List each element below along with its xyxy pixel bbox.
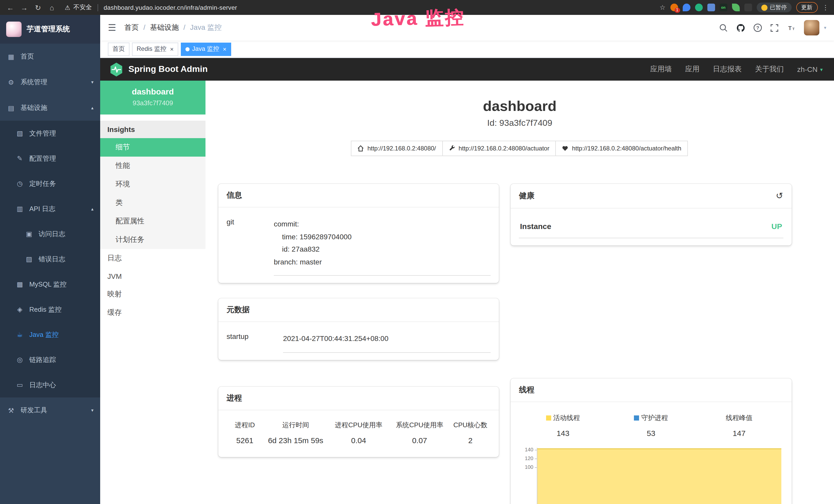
sidebar-item-label: 研发工具 (21, 406, 47, 415)
sidebar-item-home[interactable]: ▦ 首页 (0, 44, 100, 69)
history-icon[interactable]: ↺ (776, 190, 784, 201)
chevron-down-icon: ▾ (91, 408, 93, 413)
home-icon[interactable]: ⌂ (47, 3, 57, 12)
locale-label: zh-CN (797, 65, 817, 73)
sidebar-item-redis-monitor[interactable]: ◈ Redis 监控 (0, 297, 100, 322)
sba-item-logs[interactable]: 日志 (100, 249, 205, 268)
sidebar-item-access-logs[interactable]: ▣ 访问日志 (0, 221, 100, 247)
edit-icon: ✎ (16, 155, 24, 162)
help-icon[interactable]: ? (753, 23, 762, 32)
sidebar-item-config-management[interactable]: ✎ 配置管理 (0, 146, 100, 171)
process-value-pid: 5261 (226, 436, 263, 444)
avatar-caret-icon[interactable]: ▾ (824, 25, 826, 30)
sba-item-mappings[interactable]: 映射 (100, 285, 205, 303)
breadcrumb-separator: / (143, 23, 146, 32)
legend-label: 活动线程 (553, 413, 580, 422)
sidebar-item-log-center[interactable]: ▭ 日志中心 (0, 372, 100, 397)
user-avatar[interactable] (804, 20, 819, 36)
sidebar-item-error-logs[interactable]: ▨ 错误日志 (0, 247, 100, 272)
close-icon[interactable]: × (170, 45, 174, 53)
svg-text:T: T (792, 27, 794, 30)
update-browser-button[interactable]: 更新 (796, 2, 817, 13)
sba-nav-about[interactable]: 关于我们 (755, 65, 784, 74)
extension-icon-drop[interactable] (682, 4, 690, 11)
health-row-label: Instance (520, 222, 551, 231)
sba-nav-wallboard[interactable]: 应用墙 (650, 65, 672, 74)
sidebar-item-system-management[interactable]: ⚙ 系统管理 ▾ (0, 69, 100, 95)
font-size-icon[interactable]: TT (787, 23, 796, 32)
sba-item-metrics[interactable]: 性能 (100, 157, 205, 175)
app-logo[interactable]: 芋道管理系统 (0, 15, 100, 44)
browser-menu-icon[interactable]: ⋮ (822, 4, 829, 11)
sba-content: dashboard Id: 93a3fc7f7409 http://192.16… (205, 81, 834, 504)
instance-home-link[interactable]: http://192.168.0.2:48080/ (351, 141, 443, 156)
log-center-icon: ▭ (16, 381, 24, 389)
sidebar-item-api-logs[interactable]: ▥ API 日志 ▴ (0, 196, 100, 221)
sba-item-classes[interactable]: 类 (100, 193, 205, 212)
site-security[interactable]: ⚠ 不安全 (65, 3, 92, 12)
update-label: 更新 (801, 4, 812, 11)
reload-icon[interactable]: ↻ (33, 3, 43, 12)
sba-item-environment[interactable]: 环境 (100, 175, 205, 193)
process-header-uptime: 运行时间 (263, 420, 328, 430)
wrench-icon (449, 145, 455, 152)
bookmark-star-icon[interactable]: ☆ (660, 4, 665, 11)
instance-health-link[interactable]: http://192.168.0.2:48080/actuator/health (555, 141, 688, 156)
sidebar-item-dev-tools[interactable]: ⚒ 研发工具 ▾ (0, 397, 100, 423)
health-row-instance[interactable]: Instance UP (519, 216, 784, 238)
address-bar[interactable]: dashboard.yudao.iocoder.cn/infra/admin-s… (104, 4, 237, 11)
sba-item-scheduled-tasks[interactable]: 计划任务 (100, 231, 205, 249)
paused-extension-pill[interactable]: 已暂停 (756, 3, 791, 12)
legend-swatch-blue (634, 415, 639, 420)
sidebar-item-mysql-monitor[interactable]: ▩ MySQL 监控 (0, 272, 100, 297)
threads-card: 线程 活动线程 (511, 379, 792, 504)
extension-icon-fox[interactable]: 1 (670, 4, 678, 11)
tab-home[interactable]: 首页 (108, 42, 129, 56)
info-key: git (226, 215, 274, 276)
threads-legend: 活动线程 143 守护进程 (519, 409, 784, 437)
java-icon: ☕ (16, 331, 24, 338)
forward-icon[interactable]: → (19, 3, 29, 12)
health-card-head: 健康 ↺ (511, 184, 792, 208)
metadata-key: startup (226, 329, 283, 352)
sba-instance-header[interactable]: dashboard 93a3fc7f7409 (100, 81, 205, 115)
info-row-git: git commit: time: 1596289704000 id: 27aa… (226, 215, 491, 276)
chevron-down-icon: ▾ (820, 67, 823, 72)
sidebar-item-java-monitor[interactable]: ☕ Java 监控 (0, 322, 100, 347)
extension-icon-plugin[interactable] (744, 4, 752, 11)
instance-actuator-link[interactable]: http://192.168.0.2:48080/actuator (442, 141, 556, 156)
sidebar-item-infrastructure[interactable]: ▤ 基础设施 ▴ (0, 95, 100, 121)
threads-card-title: 线程 (511, 379, 792, 402)
extension-icon-grid[interactable] (707, 4, 715, 11)
sba-nav-journal[interactable]: 日志报表 (713, 65, 742, 74)
tab-redis-monitor[interactable]: Redis 监控 × (132, 42, 178, 56)
legend-value: 147 (695, 429, 783, 437)
sidebar-item-tracing[interactable]: ◎ 链路追踪 (0, 347, 100, 372)
card-title: 进程 (226, 393, 242, 403)
sidebar-item-scheduled-tasks[interactable]: ◷ 定时任务 (0, 171, 100, 196)
sba-item-jvm[interactable]: JVM (100, 268, 205, 285)
collapse-sidebar-icon[interactable]: ☰ (108, 22, 116, 33)
fullscreen-icon[interactable] (770, 23, 779, 32)
search-icon[interactable] (719, 23, 728, 32)
close-icon[interactable]: × (223, 45, 226, 53)
sba-item-caches[interactable]: 缓存 (100, 303, 205, 322)
card-title: 健康 (519, 191, 534, 201)
sba-item-details[interactable]: 细节 (100, 138, 205, 157)
sidebar-item-label: 文件管理 (29, 129, 56, 138)
back-icon[interactable]: ← (5, 3, 16, 12)
breadcrumb-home[interactable]: 首页 (124, 23, 139, 32)
y-tick-120: 120 (519, 456, 533, 461)
extension-icon-toggle[interactable]: on (720, 4, 727, 11)
tab-java-monitor[interactable]: Java 监控 × (181, 42, 231, 56)
sba-locale-select[interactable]: zh-CN ▾ (797, 65, 823, 73)
sidebar-item-file-management[interactable]: ▧ 文件管理 (0, 121, 100, 146)
extension-icon-leaf[interactable] (732, 4, 740, 11)
breadcrumb-infrastructure[interactable]: 基础设施 (150, 23, 179, 32)
sba-group-insights: Insights (100, 121, 205, 138)
extension-icon-green[interactable] (695, 4, 702, 11)
sba-item-config-props[interactable]: 配置属性 (100, 212, 205, 231)
github-icon[interactable] (736, 23, 745, 32)
tags-view-bar: 首页 Redis 监控 × Java 监控 × (100, 41, 834, 58)
sba-nav-applications[interactable]: 应用 (685, 65, 700, 74)
